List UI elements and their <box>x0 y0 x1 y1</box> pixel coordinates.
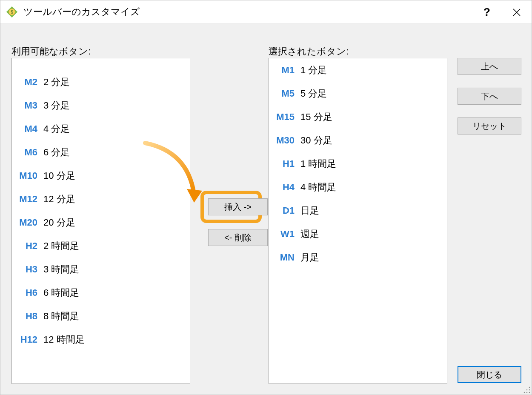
timeframe-code: M2 <box>12 77 41 88</box>
app-icon: $ <box>6 6 18 18</box>
list-item[interactable]: M44 分足 <box>12 117 190 140</box>
remove-button[interactable]: <- 削除 <box>208 229 268 246</box>
timeframe-label: 4 時間足 <box>298 181 336 194</box>
svg-point-5 <box>529 389 530 391</box>
svg-point-8 <box>526 392 528 393</box>
list-item[interactable]: M22 分足 <box>12 70 190 94</box>
timeframe-code: MN <box>269 252 298 263</box>
timeframe-label: 日足 <box>298 204 319 217</box>
resize-grip-icon[interactable] <box>523 386 531 394</box>
separator-row <box>41 58 190 70</box>
titlebar: $ ツールバーのカスタマイズ ? <box>0 0 532 24</box>
insert-button-highlight: 挿入 -> <box>200 191 262 223</box>
selected-buttons-label: 選択されたボタン: <box>269 45 349 58</box>
available-buttons-label: 利用可能なボタン: <box>11 45 91 58</box>
help-button[interactable]: ? <box>472 0 502 24</box>
list-item[interactable]: W1週足 <box>269 222 447 246</box>
timeframe-code: M1 <box>269 65 298 76</box>
timeframe-label: 月足 <box>298 251 319 264</box>
timeframe-code: M30 <box>269 135 298 146</box>
move-down-button[interactable]: 下へ <box>458 88 521 105</box>
timeframe-code: H2 <box>12 240 41 252</box>
timeframe-label: 3 分足 <box>41 99 70 112</box>
timeframe-code: M4 <box>12 123 41 135</box>
timeframe-label: 10 分足 <box>41 169 75 182</box>
timeframe-label: 4 分足 <box>41 123 70 135</box>
close-button[interactable]: 閉じる <box>458 366 521 383</box>
timeframe-code: H12 <box>12 334 41 345</box>
timeframe-code: H1 <box>269 158 298 169</box>
move-up-button[interactable]: 上へ <box>458 58 521 75</box>
timeframe-label: 12 時間足 <box>41 333 85 346</box>
timeframe-label: 20 分足 <box>41 216 75 229</box>
timeframe-code: M15 <box>269 112 298 123</box>
list-item[interactable]: H11 時間足 <box>269 152 447 175</box>
list-item[interactable]: M1212 分足 <box>12 187 190 211</box>
timeframe-code: M3 <box>12 100 41 111</box>
timeframe-label: 5 分足 <box>298 87 327 100</box>
svg-point-4 <box>529 387 530 388</box>
timeframe-code: W1 <box>269 229 298 240</box>
list-item[interactable]: MN月足 <box>269 246 447 269</box>
timeframe-label: 1 分足 <box>298 64 327 77</box>
list-item[interactable]: H1212 時間足 <box>12 328 190 351</box>
svg-text:$: $ <box>11 10 13 14</box>
timeframe-label: 6 時間足 <box>41 286 79 299</box>
timeframe-label: 3 時間足 <box>41 263 79 276</box>
customize-toolbar-dialog: $ ツールバーのカスタマイズ ? 利用可能なボタン: 選択されたボタン: M22… <box>0 0 532 395</box>
timeframe-code: H8 <box>12 311 41 322</box>
timeframe-code: M5 <box>269 88 298 99</box>
list-item[interactable]: M1010 分足 <box>12 164 190 187</box>
svg-point-6 <box>526 389 528 391</box>
timeframe-label: 12 分足 <box>41 193 75 206</box>
timeframe-code: D1 <box>269 205 298 216</box>
list-item[interactable]: M2020 分足 <box>12 211 190 234</box>
list-item[interactable]: M1515 分足 <box>269 105 447 129</box>
list-item[interactable]: H88 時間足 <box>12 304 190 328</box>
timeframe-label: 週足 <box>298 228 319 240</box>
timeframe-code: M12 <box>12 194 41 205</box>
timeframe-label: 8 時間足 <box>41 310 79 323</box>
list-item[interactable]: M11 分足 <box>269 58 447 82</box>
dialog-title: ツールバーのカスタマイズ <box>23 6 140 18</box>
insert-button[interactable]: 挿入 -> <box>208 198 268 215</box>
timeframe-label: 15 分足 <box>298 111 332 123</box>
list-item[interactable]: H22 時間足 <box>12 234 190 258</box>
list-item[interactable]: M33 分足 <box>12 94 190 117</box>
svg-point-9 <box>524 392 525 393</box>
timeframe-label: 1 時間足 <box>298 157 336 170</box>
list-item[interactable]: H44 時間足 <box>269 175 447 199</box>
list-item[interactable]: D1日足 <box>269 199 447 222</box>
timeframe-code: M20 <box>12 217 41 228</box>
list-item[interactable]: H66 時間足 <box>12 281 190 304</box>
timeframe-label: 6 分足 <box>41 146 70 159</box>
timeframe-code: M10 <box>12 170 41 181</box>
timeframe-label: 2 時間足 <box>41 240 79 252</box>
timeframe-label: 2 分足 <box>41 76 70 89</box>
list-item[interactable]: H33 時間足 <box>12 258 190 281</box>
reset-button[interactable]: リセット <box>458 117 521 135</box>
timeframe-code: H4 <box>269 182 298 193</box>
list-item[interactable]: M3030 分足 <box>269 129 447 152</box>
available-listbox[interactable]: M22 分足M33 分足M44 分足M66 分足M1010 分足M1212 分足… <box>11 58 190 384</box>
timeframe-code: H3 <box>12 264 41 275</box>
list-item[interactable]: M66 分足 <box>12 140 190 164</box>
close-window-button[interactable] <box>502 0 532 24</box>
timeframe-code: H6 <box>12 287 41 298</box>
list-item[interactable]: M55 分足 <box>269 82 447 105</box>
svg-point-7 <box>529 392 530 393</box>
selected-listbox[interactable]: M11 分足M55 分足M1515 分足M3030 分足H11 時間足H44 時… <box>269 58 447 384</box>
timeframe-label: 30 分足 <box>298 134 332 147</box>
timeframe-code: M6 <box>12 147 41 158</box>
